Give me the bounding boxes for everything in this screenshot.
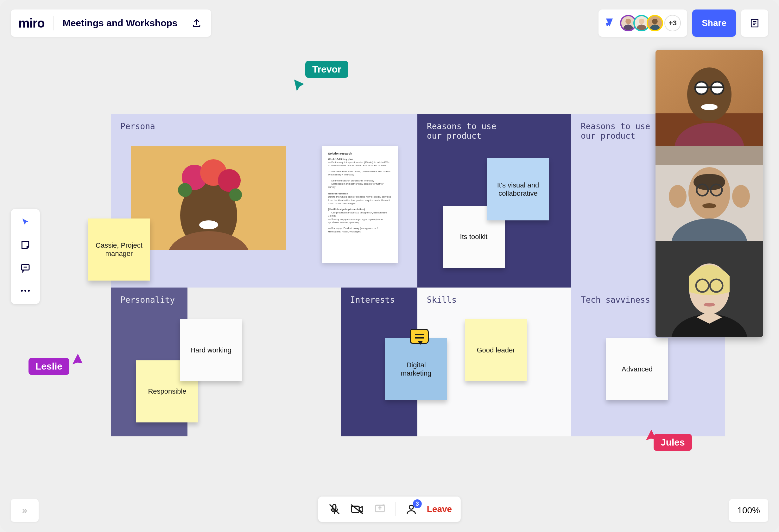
svg-point-3 <box>637 24 647 30</box>
remote-cursor-jules: Jules <box>643 434 692 451</box>
app-frame: miro Meetings and Workshops <box>0 0 779 532</box>
svg-point-12 <box>21 290 23 292</box>
video-panel[interactable] <box>656 50 763 337</box>
svg-point-51 <box>704 303 715 306</box>
svg-point-26 <box>687 67 731 121</box>
cell-persona[interactable]: Persona Solution researc <box>111 114 417 288</box>
svg-point-44 <box>673 187 680 194</box>
svg-point-20 <box>218 169 241 192</box>
video-tile[interactable] <box>656 146 763 241</box>
more-icon <box>20 289 31 292</box>
comment-tool[interactable] <box>18 261 32 275</box>
svg-point-0 <box>625 19 631 24</box>
avatar-more[interactable]: +3 <box>664 15 681 32</box>
camera-off-icon <box>351 503 364 515</box>
persona-image[interactable] <box>131 146 286 250</box>
video-tile[interactable] <box>656 50 763 146</box>
sticky-note[interactable]: Hard working <box>180 319 242 381</box>
share-button[interactable]: Share <box>692 9 736 37</box>
svg-rect-35 <box>656 146 763 165</box>
sticky-note[interactable]: Good leader <box>465 319 527 381</box>
board-grid: Persona Solution researc <box>111 114 725 436</box>
svg-point-5 <box>650 24 660 30</box>
svg-point-33 <box>701 104 718 110</box>
cursor-pointer-icon <box>68 352 86 370</box>
sticky-note[interactable]: Cassie, Project manager <box>88 219 150 281</box>
document-card[interactable]: Solution research Week 18-23 Key plan — … <box>322 146 398 263</box>
sticky-note[interactable]: Digital marketing <box>385 338 447 400</box>
svg-point-13 <box>24 290 26 292</box>
mic-off-icon <box>328 503 341 516</box>
canvas[interactable]: Persona Solution researc <box>111 114 725 436</box>
cursor-pointer-icon <box>293 78 304 93</box>
topbar-left: miro Meetings and Workshops <box>11 9 211 37</box>
separator <box>396 502 396 516</box>
cell-personality[interactable]: Personality Hard working Responsible <box>111 288 187 436</box>
export-button[interactable] <box>190 16 203 30</box>
participant-count-badge: 3 <box>413 499 422 508</box>
comment-icon <box>20 263 31 273</box>
mic-toggle[interactable] <box>327 502 342 517</box>
toolbar <box>11 209 40 304</box>
svg-rect-55 <box>352 506 359 512</box>
svg-point-23 <box>199 220 218 229</box>
topbar-right: +3 Share <box>599 9 768 37</box>
remote-cursor-trevor: Trevor <box>295 61 348 78</box>
logo[interactable]: miro <box>18 16 54 31</box>
cell-title: Interests <box>350 295 408 305</box>
cell-title: Personality <box>120 295 178 305</box>
svg-point-2 <box>639 19 644 24</box>
leave-button[interactable]: Leave <box>427 504 452 514</box>
person-photo-placeholder <box>131 146 286 250</box>
avatar-stack[interactable]: +3 <box>620 15 681 32</box>
svg-rect-30 <box>696 86 723 88</box>
sticky-note[interactable]: Advanced <box>606 338 668 400</box>
notes-icon <box>750 18 760 28</box>
svg-point-21 <box>178 183 192 197</box>
cell-title: Skills <box>427 295 562 305</box>
screenshare-button[interactable] <box>373 502 387 517</box>
svg-point-22 <box>229 188 242 201</box>
camera-toggle[interactable] <box>350 502 364 517</box>
expand-panel-button[interactable]: » <box>11 499 39 522</box>
avatar[interactable] <box>647 15 663 32</box>
board-title[interactable]: Meetings and Workshops <box>54 18 186 28</box>
svg-point-45 <box>738 187 746 194</box>
cursor-icon <box>21 218 30 227</box>
collaborators: +3 <box>599 9 687 37</box>
svg-point-4 <box>652 19 658 24</box>
svg-rect-38 <box>694 174 725 190</box>
screenshare-icon <box>374 503 386 515</box>
select-tool[interactable] <box>18 215 32 229</box>
cell-title: Reasons to useour product <box>427 122 562 140</box>
svg-point-14 <box>28 290 30 292</box>
participants-button[interactable]: 3 <box>404 502 419 517</box>
video-tile[interactable] <box>656 241 763 337</box>
remote-cursor-leslie: Leslie <box>28 358 80 375</box>
sticky-note-icon <box>20 240 31 250</box>
svg-point-41 <box>702 203 716 209</box>
meeting-controls: 3 Leave <box>318 496 461 522</box>
zoom-indicator[interactable]: 100% <box>729 499 768 522</box>
sticky-note-tool[interactable] <box>18 238 32 252</box>
svg-point-1 <box>623 24 633 30</box>
chevron-right-icon: » <box>22 506 27 516</box>
more-tools[interactable] <box>18 284 32 298</box>
svg-point-58 <box>409 505 413 509</box>
activity-button[interactable] <box>741 9 768 37</box>
facilitation-icon[interactable] <box>605 18 614 28</box>
export-icon <box>192 18 201 28</box>
cell-interests[interactable]: Interests Digital marketing <box>341 288 417 436</box>
cell-title: Persona <box>120 122 408 131</box>
cell-reasons-1[interactable]: Reasons to useour product It's visual an… <box>417 114 571 288</box>
sticky-note[interactable]: It's visual and collaborative <box>487 158 549 220</box>
comment-indicator[interactable] <box>410 329 429 344</box>
